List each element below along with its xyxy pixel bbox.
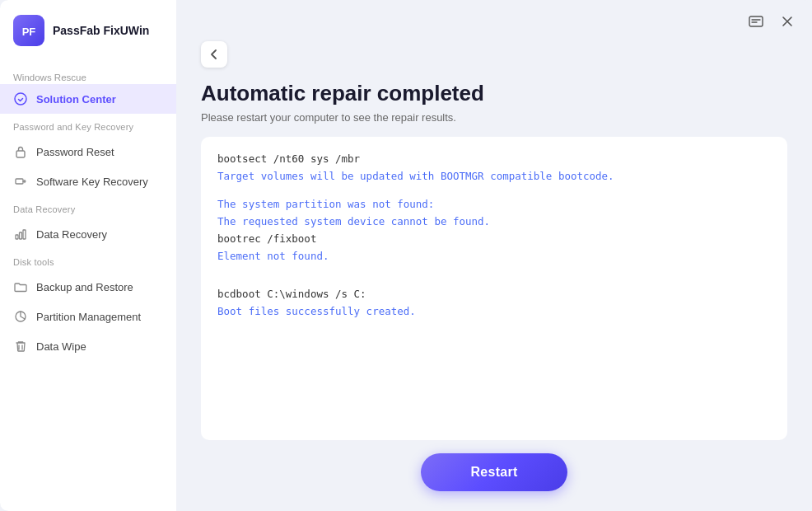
svg-rect-6: [20, 232, 22, 239]
sidebar-item-partition-management[interactable]: Partition Management: [0, 302, 176, 331]
svg-text:PF: PF: [22, 26, 36, 38]
sidebar: PF PassFab FixUWin Windows Rescue Soluti…: [0, 0, 176, 511]
bar-chart-icon: [13, 227, 28, 241]
folder-icon: [13, 279, 28, 294]
pie-chart-icon: [13, 309, 28, 324]
svg-rect-9: [749, 16, 763, 26]
section-label-data-recovery: Data Recovery: [0, 196, 176, 219]
log-line: Element not found.: [217, 247, 771, 265]
restart-button[interactable]: Restart: [421, 453, 567, 491]
svg-rect-3: [16, 151, 25, 157]
sidebar-item-solution-center[interactable]: Solution Center: [0, 84, 176, 114]
page-title: Automatic repair completed: [201, 81, 787, 106]
log-line: The requested system device cannot be fo…: [217, 213, 771, 230]
log-line: bcdboot C:\windows /s C:: [217, 285, 771, 302]
restart-button-area: Restart: [201, 440, 787, 495]
sidebar-item-password-reset[interactable]: Password Reset: [0, 137, 176, 166]
svg-rect-4: [16, 179, 23, 184]
section-label-disk-tools: Disk tools: [0, 249, 176, 272]
log-line: bootrec /fixboot: [217, 230, 771, 247]
section-label-password: Password and Key Recovery: [0, 114, 176, 137]
solution-center-label: Solution Center: [36, 93, 116, 105]
svg-rect-5: [16, 235, 18, 239]
password-reset-label: Password Reset: [36, 146, 114, 158]
log-line: The system partition was not found:: [217, 195, 771, 213]
windows-rescue-label: Windows Rescue: [0, 61, 176, 84]
log-area: bootsect /nt60 sys /mbrTarget volumes wi…: [201, 137, 787, 440]
support-button[interactable]: [744, 10, 768, 33]
software-key-recovery-label: Software Key Recovery: [36, 176, 148, 188]
trash-icon: [13, 339, 28, 354]
close-button[interactable]: [776, 10, 799, 33]
solution-center-icon: [13, 91, 28, 106]
app-title: PassFab FixUWin: [53, 24, 149, 38]
log-line: Target volumes will be updated with BOOT…: [217, 167, 771, 185]
data-recovery-label: Data Recovery: [36, 228, 107, 241]
data-wipe-label: Data Wipe: [36, 340, 86, 353]
lock-icon: [13, 144, 28, 159]
sidebar-item-data-recovery[interactable]: Data Recovery: [0, 219, 176, 249]
sidebar-header: PF PassFab FixUWin: [0, 0, 176, 61]
sidebar-item-backup-restore[interactable]: Backup and Restore: [0, 272, 176, 302]
sidebar-item-software-key-recovery[interactable]: Software Key Recovery: [0, 166, 176, 196]
backup-restore-label: Backup and Restore: [36, 281, 133, 293]
app-logo-icon: PF: [13, 15, 44, 46]
back-button[interactable]: [201, 41, 227, 68]
svg-rect-7: [23, 230, 26, 239]
page-subtitle: Please restart your computer to see the …: [201, 111, 787, 124]
main-content: Automatic repair completed Please restar…: [176, 0, 812, 511]
title-bar: [176, 0, 812, 33]
log-line: Boot files successfully created.: [217, 302, 771, 320]
sidebar-item-data-wipe[interactable]: Data Wipe: [0, 331, 176, 361]
key-icon: [13, 174, 28, 189]
app-window: PF PassFab FixUWin Windows Rescue Soluti…: [0, 0, 812, 511]
partition-management-label: Partition Management: [36, 311, 141, 323]
svg-point-2: [15, 93, 26, 105]
log-line: bootsect /nt60 sys /mbr: [217, 150, 771, 167]
content-area: Automatic repair completed Please restar…: [176, 33, 812, 511]
